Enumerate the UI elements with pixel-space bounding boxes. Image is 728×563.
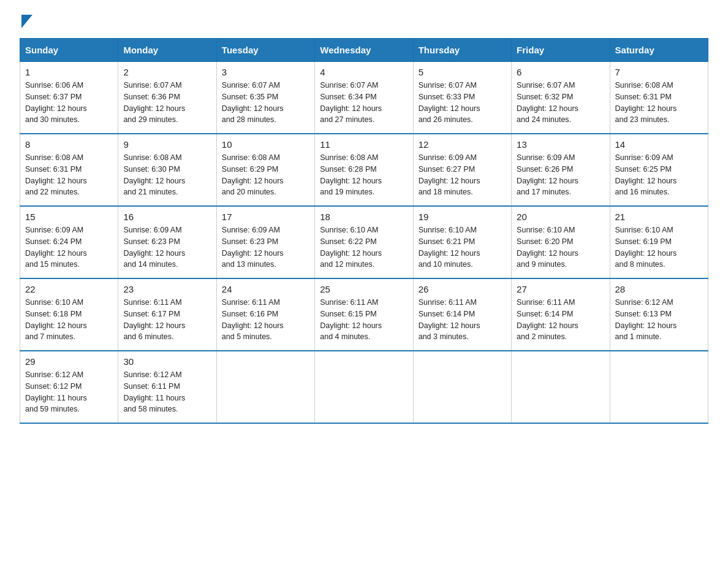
table-row: 16 Sunrise: 6:09 AMSunset: 6:23 PMDaylig… xyxy=(118,206,216,278)
day-info: Sunrise: 6:11 AMSunset: 6:15 PMDaylight:… xyxy=(320,297,408,343)
table-row: 12 Sunrise: 6:09 AMSunset: 6:27 PMDaylig… xyxy=(413,134,511,206)
table-row: 21 Sunrise: 6:10 AMSunset: 6:19 PMDaylig… xyxy=(610,206,708,278)
table-row: 20 Sunrise: 6:10 AMSunset: 6:20 PMDaylig… xyxy=(512,206,610,278)
day-number: 27 xyxy=(517,284,604,294)
calendar-week-row: 22 Sunrise: 6:10 AMSunset: 6:18 PMDaylig… xyxy=(20,278,708,351)
table-row: 1 Sunrise: 6:06 AMSunset: 6:37 PMDayligh… xyxy=(20,62,118,134)
day-number: 28 xyxy=(615,284,703,294)
table-row: 27 Sunrise: 6:11 AMSunset: 6:14 PMDaylig… xyxy=(512,278,610,351)
table-row xyxy=(610,351,708,423)
day-info: Sunrise: 6:09 AMSunset: 6:23 PMDaylight:… xyxy=(222,224,309,270)
day-number: 10 xyxy=(222,139,309,150)
col-saturday: Saturday xyxy=(610,39,708,62)
day-info: Sunrise: 6:08 AMSunset: 6:31 PMDaylight:… xyxy=(25,152,113,198)
day-number: 11 xyxy=(320,139,408,150)
calendar-header-row: Sunday Monday Tuesday Wednesday Thursday… xyxy=(20,39,708,62)
calendar-table: Sunday Monday Tuesday Wednesday Thursday… xyxy=(20,38,708,424)
table-row: 25 Sunrise: 6:11 AMSunset: 6:15 PMDaylig… xyxy=(315,278,413,351)
day-info: Sunrise: 6:09 AMSunset: 6:23 PMDaylight:… xyxy=(123,224,211,270)
day-number: 2 xyxy=(123,67,211,77)
table-row: 13 Sunrise: 6:09 AMSunset: 6:26 PMDaylig… xyxy=(512,134,610,206)
day-number: 24 xyxy=(222,284,309,294)
calendar-week-row: 1 Sunrise: 6:06 AMSunset: 6:37 PMDayligh… xyxy=(20,62,708,134)
day-info: Sunrise: 6:07 AMSunset: 6:33 PMDaylight:… xyxy=(419,80,506,126)
day-number: 20 xyxy=(517,212,604,222)
day-number: 23 xyxy=(123,284,211,294)
day-info: Sunrise: 6:10 AMSunset: 6:21 PMDaylight:… xyxy=(419,224,506,270)
table-row: 4 Sunrise: 6:07 AMSunset: 6:34 PMDayligh… xyxy=(315,62,413,134)
day-info: Sunrise: 6:11 AMSunset: 6:16 PMDaylight:… xyxy=(222,297,309,343)
table-row: 2 Sunrise: 6:07 AMSunset: 6:36 PMDayligh… xyxy=(118,62,216,134)
day-info: Sunrise: 6:09 AMSunset: 6:25 PMDaylight:… xyxy=(615,152,703,198)
table-row xyxy=(216,351,314,423)
calendar-week-row: 15 Sunrise: 6:09 AMSunset: 6:24 PMDaylig… xyxy=(20,206,708,278)
table-row: 7 Sunrise: 6:08 AMSunset: 6:31 PMDayligh… xyxy=(610,62,708,134)
logo xyxy=(20,15,32,28)
day-info: Sunrise: 6:07 AMSunset: 6:32 PMDaylight:… xyxy=(517,80,604,126)
day-info: Sunrise: 6:08 AMSunset: 6:31 PMDaylight:… xyxy=(615,80,703,126)
day-info: Sunrise: 6:08 AMSunset: 6:30 PMDaylight:… xyxy=(123,152,211,198)
day-number: 16 xyxy=(123,212,211,222)
table-row xyxy=(315,351,413,423)
day-info: Sunrise: 6:08 AMSunset: 6:28 PMDaylight:… xyxy=(320,152,408,198)
calendar-week-row: 29 Sunrise: 6:12 AMSunset: 6:12 PMDaylig… xyxy=(20,351,708,423)
table-row: 29 Sunrise: 6:12 AMSunset: 6:12 PMDaylig… xyxy=(20,351,118,423)
day-number: 15 xyxy=(25,212,113,222)
day-number: 3 xyxy=(222,67,309,77)
table-row xyxy=(512,351,610,423)
day-number: 14 xyxy=(615,139,703,150)
day-info: Sunrise: 6:07 AMSunset: 6:34 PMDaylight:… xyxy=(320,80,408,126)
day-info: Sunrise: 6:11 AMSunset: 6:17 PMDaylight:… xyxy=(123,297,211,343)
day-number: 1 xyxy=(25,67,113,77)
page-header xyxy=(20,15,708,28)
table-row: 6 Sunrise: 6:07 AMSunset: 6:32 PMDayligh… xyxy=(512,62,610,134)
day-number: 22 xyxy=(25,284,113,294)
day-number: 26 xyxy=(419,284,506,294)
day-info: Sunrise: 6:07 AMSunset: 6:36 PMDaylight:… xyxy=(123,80,211,126)
table-row: 14 Sunrise: 6:09 AMSunset: 6:25 PMDaylig… xyxy=(610,134,708,206)
day-info: Sunrise: 6:10 AMSunset: 6:22 PMDaylight:… xyxy=(320,224,408,270)
day-number: 29 xyxy=(25,356,113,367)
table-row: 15 Sunrise: 6:09 AMSunset: 6:24 PMDaylig… xyxy=(20,206,118,278)
col-tuesday: Tuesday xyxy=(216,39,314,62)
day-info: Sunrise: 6:09 AMSunset: 6:27 PMDaylight:… xyxy=(419,152,506,198)
col-sunday: Sunday xyxy=(20,39,118,62)
day-info: Sunrise: 6:10 AMSunset: 6:19 PMDaylight:… xyxy=(615,224,703,270)
table-row: 5 Sunrise: 6:07 AMSunset: 6:33 PMDayligh… xyxy=(413,62,511,134)
day-number: 12 xyxy=(419,139,506,150)
day-info: Sunrise: 6:06 AMSunset: 6:37 PMDaylight:… xyxy=(25,80,113,126)
table-row xyxy=(413,351,511,423)
day-number: 6 xyxy=(517,67,604,77)
col-wednesday: Wednesday xyxy=(315,39,413,62)
day-number: 7 xyxy=(615,67,703,77)
table-row: 17 Sunrise: 6:09 AMSunset: 6:23 PMDaylig… xyxy=(216,206,314,278)
table-row: 24 Sunrise: 6:11 AMSunset: 6:16 PMDaylig… xyxy=(216,278,314,351)
table-row: 10 Sunrise: 6:08 AMSunset: 6:29 PMDaylig… xyxy=(216,134,314,206)
table-row: 3 Sunrise: 6:07 AMSunset: 6:35 PMDayligh… xyxy=(216,62,314,134)
table-row: 18 Sunrise: 6:10 AMSunset: 6:22 PMDaylig… xyxy=(315,206,413,278)
col-monday: Monday xyxy=(118,39,216,62)
table-row: 11 Sunrise: 6:08 AMSunset: 6:28 PMDaylig… xyxy=(315,134,413,206)
day-number: 25 xyxy=(320,284,408,294)
day-info: Sunrise: 6:11 AMSunset: 6:14 PMDaylight:… xyxy=(419,297,506,343)
day-number: 21 xyxy=(615,212,703,222)
day-number: 4 xyxy=(320,67,408,77)
day-number: 9 xyxy=(123,139,211,150)
day-info: Sunrise: 6:12 AMSunset: 6:12 PMDaylight:… xyxy=(25,369,113,415)
day-info: Sunrise: 6:08 AMSunset: 6:29 PMDaylight:… xyxy=(222,152,309,198)
day-number: 18 xyxy=(320,212,408,222)
day-info: Sunrise: 6:11 AMSunset: 6:14 PMDaylight:… xyxy=(517,297,604,343)
day-info: Sunrise: 6:12 AMSunset: 6:11 PMDaylight:… xyxy=(123,369,211,415)
day-number: 19 xyxy=(419,212,506,222)
col-thursday: Thursday xyxy=(413,39,511,62)
table-row: 22 Sunrise: 6:10 AMSunset: 6:18 PMDaylig… xyxy=(20,278,118,351)
table-row: 8 Sunrise: 6:08 AMSunset: 6:31 PMDayligh… xyxy=(20,134,118,206)
day-info: Sunrise: 6:07 AMSunset: 6:35 PMDaylight:… xyxy=(222,80,309,126)
calendar-week-row: 8 Sunrise: 6:08 AMSunset: 6:31 PMDayligh… xyxy=(20,134,708,206)
day-info: Sunrise: 6:09 AMSunset: 6:24 PMDaylight:… xyxy=(25,224,113,270)
day-number: 13 xyxy=(517,139,604,150)
table-row: 26 Sunrise: 6:11 AMSunset: 6:14 PMDaylig… xyxy=(413,278,511,351)
day-info: Sunrise: 6:12 AMSunset: 6:13 PMDaylight:… xyxy=(615,297,703,343)
day-number: 8 xyxy=(25,139,113,150)
day-info: Sunrise: 6:09 AMSunset: 6:26 PMDaylight:… xyxy=(517,152,604,198)
